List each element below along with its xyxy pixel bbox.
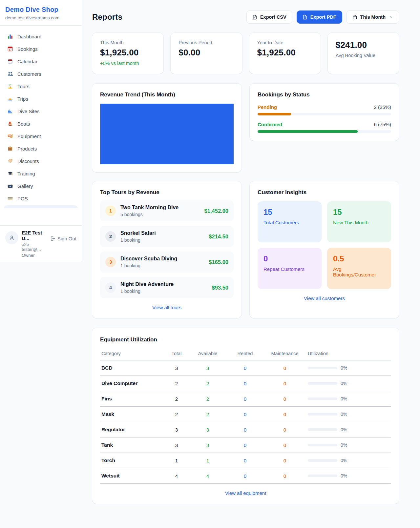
status-rows: Pending2 (25%)Confirmed6 (75%) <box>258 104 391 133</box>
status-count: 6 (75%) <box>374 122 391 127</box>
insight-label: New This Month <box>333 220 385 225</box>
stat-label: Year to Date <box>257 40 313 45</box>
tour-bookings: 1 booking <box>120 237 156 243</box>
period-label: This Month <box>360 14 386 20</box>
sidebar-item-calendar[interactable]: Calendar <box>4 55 78 68</box>
sidebar-item-dashboard[interactable]: Dashboard <box>4 30 78 43</box>
cell-total: 1 <box>165 453 188 468</box>
sidebar-item-label: Gallery <box>17 183 33 189</box>
user-section: E2E Test U... e2e-tester@... Owner Sign … <box>0 225 82 262</box>
stat-card: Previous Period$0.00 <box>171 33 242 74</box>
sidebar-item-dive-sites[interactable]: Dive Sites <box>4 105 78 117</box>
utilization-bar <box>308 367 337 369</box>
view-all-equipment-link[interactable]: View all equipment <box>100 490 391 496</box>
tour-row[interactable]: 1Two Tank Morning Dive5 bookings$1,452.0… <box>100 200 234 221</box>
rank-badge: 3 <box>105 257 116 267</box>
sidebar-item-products[interactable]: Products <box>4 142 78 155</box>
tour-bookings: 1 booking <box>120 289 174 294</box>
sidebar-item-gallery[interactable]: Gallery <box>4 180 78 192</box>
cell-category: Regulator <box>100 422 165 437</box>
tour-info: Discover Scuba Diving1 booking <box>120 256 177 268</box>
equipment-utilization-card: Equipment Utilization CategoryTotalAvail… <box>92 328 399 504</box>
table-row: Regulator33000% <box>100 422 391 437</box>
cell-available: 3 <box>188 437 227 453</box>
stat-value: $241.00 <box>336 40 391 50</box>
speedboat-icon <box>7 96 13 102</box>
cell-category: Tank <box>100 437 165 453</box>
user-role: Owner <box>22 253 47 258</box>
stat-label: Previous Period <box>178 40 234 45</box>
view-all-tours-link[interactable]: View all tours <box>100 305 234 310</box>
cell-maintenance: 0 <box>263 468 306 484</box>
sidebar-item-pos[interactable]: POS <box>4 192 78 205</box>
insight-value: 0.5 <box>333 254 385 263</box>
cell-maintenance: 0 <box>263 453 306 468</box>
status-bar-fill <box>258 113 291 115</box>
cell-rented: 0 <box>227 376 263 391</box>
cell-category: Torch <box>100 453 165 468</box>
status-row-pending: Pending2 (25%) <box>258 104 391 115</box>
sidebar-item-label: Customers <box>17 71 41 77</box>
bookings-by-status-title: Bookings by Status <box>258 91 391 98</box>
sidebar-item-customers[interactable]: Customers <box>4 68 78 80</box>
utilization-percent: 0% <box>341 412 347 417</box>
cell-category: Fins <box>100 391 165 407</box>
tour-row[interactable]: 4Night Dive Adventure1 booking$93.50 <box>100 277 234 298</box>
package-icon <box>7 146 13 152</box>
view-all-customers-link[interactable]: View all customers <box>258 295 391 301</box>
sign-out-button[interactable]: Sign Out <box>50 236 76 241</box>
cell-maintenance: 0 <box>263 437 306 453</box>
shop-name: Demo Dive Shop <box>5 6 76 13</box>
top-tours-title: Top Tours by Revenue <box>100 189 234 196</box>
status-bar-track <box>258 113 391 115</box>
cell-total: 3 <box>165 360 188 376</box>
status-bar-track <box>258 130 391 133</box>
sidebar-item-reports-partial[interactable] <box>4 205 78 208</box>
stat-value: $1,925.00 <box>100 48 156 58</box>
insight-tiles: 15Total Customers15New This Month0Repeat… <box>258 201 391 289</box>
charts-row: Revenue Trend (This Month) Bookings by S… <box>92 84 399 172</box>
sidebar-item-trips[interactable]: Trips <box>4 92 78 105</box>
period-dropdown[interactable]: This Month <box>346 10 399 24</box>
tour-revenue: $165.00 <box>209 259 228 265</box>
tour-rows: 1Two Tank Morning Dive5 bookings$1,452.0… <box>100 200 234 298</box>
tour-name: Two Tank Morning Dive <box>120 205 178 211</box>
sidebar-item-discounts[interactable]: Discounts <box>4 155 78 167</box>
sidebar-item-training[interactable]: Training <box>4 167 78 180</box>
camera-icon <box>7 183 13 189</box>
cell-utilization: 0% <box>306 360 391 376</box>
cell-available: 1 <box>188 453 227 468</box>
cell-rented: 0 <box>227 468 263 484</box>
graduation-cap-icon <box>7 171 13 176</box>
utilization-wrap: 0% <box>308 458 390 463</box>
insights-row: Top Tours by Revenue 1Two Tank Morning D… <box>92 181 399 318</box>
shop-domain: demo.test.divestreams.com <box>5 15 76 20</box>
cell-available: 2 <box>188 376 227 391</box>
sidebar-item-tours[interactable]: Tours <box>4 80 78 92</box>
equipment-table: CategoryTotalAvailableRentedMaintenanceU… <box>100 348 391 484</box>
export-csv-button[interactable]: Export CSV <box>246 10 292 24</box>
utilization-wrap: 0% <box>308 396 390 401</box>
tour-row[interactable]: 2Snorkel Safari1 booking$214.50 <box>100 226 234 247</box>
cell-total: 4 <box>165 468 188 484</box>
document-download-icon <box>303 15 307 20</box>
table-row: Tank33000% <box>100 437 391 453</box>
export-pdf-button[interactable]: Export PDF <box>297 10 342 24</box>
credit-card-icon <box>7 195 13 201</box>
utilization-percent: 0% <box>341 442 347 448</box>
sidebar-item-boats[interactable]: Boats <box>4 117 78 130</box>
tour-name: Snorkel Safari <box>120 230 156 236</box>
cell-available: 2 <box>188 391 227 407</box>
utilization-percent: 0% <box>341 427 347 432</box>
sailboat-icon <box>7 121 13 127</box>
utilization-bar <box>308 397 337 400</box>
tour-row[interactable]: 3Discover Scuba Diving1 booking$165.00 <box>100 252 234 273</box>
sidebar: Demo Dive Shop demo.test.divestreams.com… <box>0 0 82 262</box>
cell-maintenance: 0 <box>263 422 306 437</box>
sidebar-item-label: Dive Sites <box>17 109 40 114</box>
sidebar-item-equipment[interactable]: Equipment <box>4 130 78 142</box>
rank-badge: 4 <box>105 282 116 293</box>
cell-maintenance: 0 <box>263 376 306 391</box>
sidebar-item-bookings[interactable]: 17Bookings <box>4 43 78 55</box>
cell-total: 3 <box>165 422 188 437</box>
